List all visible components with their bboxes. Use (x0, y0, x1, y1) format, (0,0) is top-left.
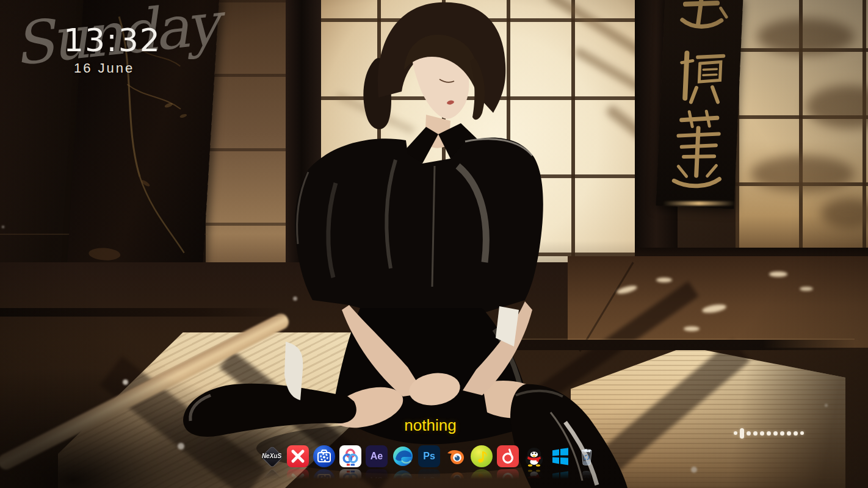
visualizer-bar (760, 431, 764, 436)
leaf-shadow (757, 18, 855, 55)
light-ripple (800, 287, 813, 291)
visualizer-bar (800, 431, 804, 435)
clock-time: 13:32 (63, 22, 161, 59)
calligraphy-banner (656, 0, 743, 209)
visualizer-bar (787, 431, 791, 436)
nexus-icon-label: NeXuS (261, 453, 283, 459)
clock-date: 16 June (74, 60, 134, 76)
dock-tooltip-label: nothing (261, 416, 600, 435)
edge-icon (392, 445, 414, 467)
dock-item-recycle-bin[interactable] (576, 445, 598, 467)
desktop: Sunday 13:32 16 June nothing NeXuS (0, 0, 868, 488)
dock-item-after-effects[interactable]: Ae (366, 445, 388, 467)
visualizer-bar (740, 428, 744, 439)
dock-item-xmind[interactable] (287, 445, 309, 467)
dock-item-qq-music[interactable] (471, 445, 493, 467)
netease-note-icon (497, 445, 519, 467)
three-rings-icon (339, 445, 361, 467)
dock-item-rings-utility[interactable] (339, 445, 361, 467)
bokeh-dot (293, 296, 297, 301)
light-ripple (684, 326, 700, 331)
light-ripple (769, 271, 787, 277)
wallpaper-figure (153, 0, 665, 488)
dock-item-qq[interactable] (523, 445, 545, 467)
bokeh-dot (2, 226, 4, 228)
visualizer-bar (794, 431, 798, 436)
photoshop-icon-label: Ps (423, 451, 435, 461)
bokeh-dot (123, 379, 128, 385)
qq-penguin-icon (523, 445, 545, 467)
audio-visualizer (734, 427, 804, 439)
xmind-icon (287, 445, 309, 467)
dock-item-blender[interactable] (444, 445, 466, 467)
windows-logo-icon (549, 445, 571, 467)
visualizer-bar (767, 431, 771, 436)
calligraphy-strokes (656, 0, 743, 209)
camera-gear-icon (313, 445, 335, 467)
after-effects-icon-label: Ae (371, 451, 383, 461)
recycle-bin-icon (576, 445, 598, 467)
visualizer-bar (747, 431, 751, 436)
leaf-shadow (751, 156, 855, 192)
dock-item-screen-capture[interactable] (313, 445, 335, 467)
visualizer-bar (753, 431, 758, 436)
dock-item-netease-music[interactable] (497, 445, 519, 467)
blender-icon (444, 445, 466, 467)
bokeh-dot (825, 404, 828, 407)
visualizer-bar (773, 431, 778, 436)
music-note-icon (471, 445, 493, 467)
dock: NeXuS Ae (261, 445, 598, 467)
bokeh-dot (178, 443, 184, 450)
bokeh-dot (691, 467, 697, 473)
banner-light-leak (663, 201, 735, 206)
visualizer-bar (780, 431, 784, 436)
dock-item-windows[interactable] (549, 445, 571, 467)
dock-item-photoshop[interactable]: Ps (418, 445, 440, 467)
visualizer-bar (734, 431, 737, 435)
dock-item-nexus[interactable]: NeXuS (261, 445, 283, 467)
dock-item-edge[interactable] (392, 445, 414, 467)
